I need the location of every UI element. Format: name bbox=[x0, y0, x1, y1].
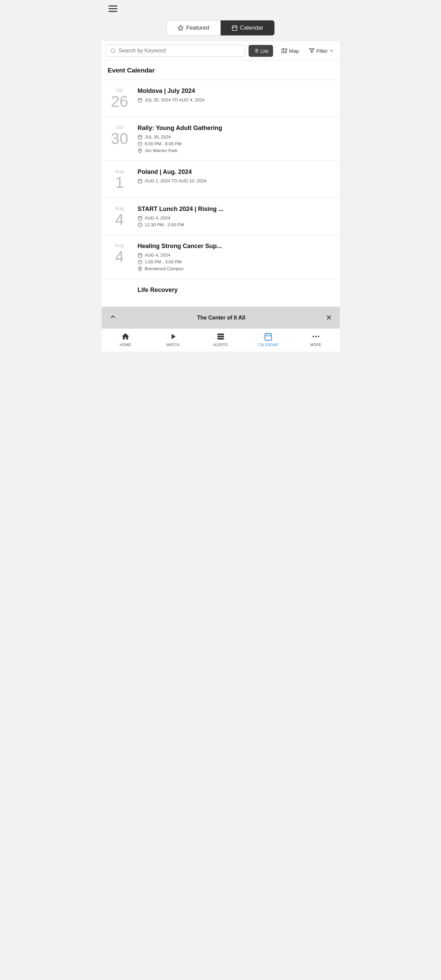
calendar-nav-icon bbox=[264, 332, 273, 341]
nav-item-watch[interactable]: WATCH bbox=[163, 332, 183, 347]
toggle-bar: Featured Calendar bbox=[102, 15, 339, 41]
event-date-col-2: Jul 30 bbox=[108, 124, 132, 146]
event-date-col-3: Aug 1 bbox=[108, 169, 132, 190]
event-info-1: Moldova | July 2024 JUL 26, 2024 TO AUG … bbox=[138, 88, 333, 102]
svg-rect-31 bbox=[138, 216, 142, 220]
svg-rect-43 bbox=[217, 336, 224, 337]
svg-point-41 bbox=[140, 268, 141, 269]
svg-line-6 bbox=[114, 52, 115, 53]
filter-chevron-icon bbox=[330, 49, 333, 53]
search-icon bbox=[110, 48, 116, 54]
clock-icon bbox=[138, 259, 143, 264]
event-item-5[interactable]: Aug 4 Healing Strong Cancer Sup... AUG 4… bbox=[102, 235, 339, 279]
event-item-2[interactable]: Jul 30 Rally: Young Adult Gathering JUL … bbox=[102, 117, 339, 161]
calendar-small-icon bbox=[138, 216, 143, 221]
nav-item-more[interactable]: MORE bbox=[306, 332, 326, 347]
svg-rect-1 bbox=[232, 26, 237, 30]
event-info-5: Healing Strong Cancer Sup... AUG 4, 2024 bbox=[138, 243, 333, 271]
calendar-small-icon bbox=[138, 98, 143, 102]
svg-rect-45 bbox=[265, 334, 272, 340]
nav-item-calendar[interactable]: CALENDAR bbox=[258, 332, 278, 347]
map-icon bbox=[281, 48, 287, 53]
svg-rect-36 bbox=[138, 253, 142, 257]
svg-point-50 bbox=[315, 336, 316, 337]
svg-point-5 bbox=[111, 49, 114, 52]
section-title: Event Calendar bbox=[102, 60, 339, 80]
nav-item-home[interactable]: HOME bbox=[115, 332, 136, 347]
view-toggle: Featured Calendar bbox=[166, 20, 274, 36]
bottom-banner: The Center of It All ✕ bbox=[102, 307, 339, 328]
calendar-toggle-button[interactable]: Calendar bbox=[220, 21, 274, 35]
alerts-nav-icon bbox=[216, 332, 225, 341]
more-nav-icon bbox=[311, 332, 320, 341]
clock-icon bbox=[138, 223, 143, 227]
bottom-nav: HOME WATCH ALERTS CALENDAR MORE bbox=[102, 328, 339, 352]
menu-button[interactable] bbox=[108, 5, 117, 12]
calendar-small-icon bbox=[138, 253, 143, 258]
calendar-small-icon bbox=[138, 179, 143, 183]
event-info-4: START Lunch 2024 | Rising ... AUG 4, 202… bbox=[138, 205, 333, 227]
event-info-6: Life Recovery bbox=[138, 286, 333, 296]
event-date-col-6 bbox=[108, 286, 132, 287]
event-date-col-4: Aug 4 bbox=[108, 205, 132, 227]
list-view-button[interactable]: List bbox=[249, 45, 273, 57]
home-nav-icon bbox=[121, 332, 130, 341]
banner-up-button[interactable] bbox=[109, 313, 117, 322]
calendar-small-icon bbox=[138, 135, 143, 140]
svg-rect-17 bbox=[138, 98, 142, 102]
svg-rect-44 bbox=[217, 338, 224, 339]
list-icon bbox=[253, 48, 259, 53]
nav-item-alerts[interactable]: ALERTS bbox=[211, 332, 231, 347]
event-info-3: Poland | Aug. 2024 AUG 1, 2024 TO AUG 10… bbox=[138, 169, 333, 183]
svg-rect-27 bbox=[138, 179, 142, 183]
svg-marker-16 bbox=[309, 49, 314, 53]
svg-point-26 bbox=[140, 150, 141, 151]
event-date-col-1: Jul 26 bbox=[108, 88, 132, 109]
banner-close-button[interactable]: ✕ bbox=[326, 313, 332, 322]
event-list: Jul 26 Moldova | July 2024 JUL 26, 2024 … bbox=[102, 80, 339, 307]
star-icon bbox=[178, 25, 184, 31]
event-item-4[interactable]: Aug 4 START Lunch 2024 | Rising ... AUG … bbox=[102, 198, 339, 235]
header bbox=[102, 0, 339, 15]
filter-icon bbox=[309, 48, 314, 53]
location-icon bbox=[138, 148, 143, 153]
svg-rect-42 bbox=[217, 334, 224, 335]
event-info-2: Rally: Young Adult Gathering JUL 30, 202… bbox=[138, 124, 333, 153]
clock-icon bbox=[138, 142, 143, 146]
svg-point-49 bbox=[313, 336, 314, 337]
map-view-button[interactable]: Map bbox=[276, 45, 304, 57]
event-item-1[interactable]: Jul 26 Moldova | July 2024 JUL 26, 2024 … bbox=[102, 80, 339, 117]
event-date-col-5: Aug 4 bbox=[108, 243, 132, 264]
search-bar: List Map Filter bbox=[102, 41, 339, 60]
banner-text: The Center of It All bbox=[197, 315, 246, 321]
svg-marker-13 bbox=[282, 48, 287, 53]
calendar-icon bbox=[232, 25, 238, 31]
filter-button[interactable]: Filter bbox=[307, 45, 335, 56]
location-icon bbox=[138, 266, 143, 271]
search-input-wrap bbox=[106, 45, 245, 57]
watch-nav-icon bbox=[169, 332, 178, 341]
svg-point-51 bbox=[317, 336, 319, 337]
search-input[interactable] bbox=[119, 48, 241, 54]
event-item-6[interactable]: Life Recovery bbox=[102, 279, 339, 307]
svg-rect-21 bbox=[138, 135, 142, 139]
event-item-3[interactable]: Aug 1 Poland | Aug. 2024 AUG 1, 2024 TO … bbox=[102, 161, 339, 198]
featured-toggle-button[interactable]: Featured bbox=[167, 21, 220, 35]
chevron-up-icon bbox=[109, 313, 117, 321]
svg-marker-0 bbox=[178, 25, 183, 30]
